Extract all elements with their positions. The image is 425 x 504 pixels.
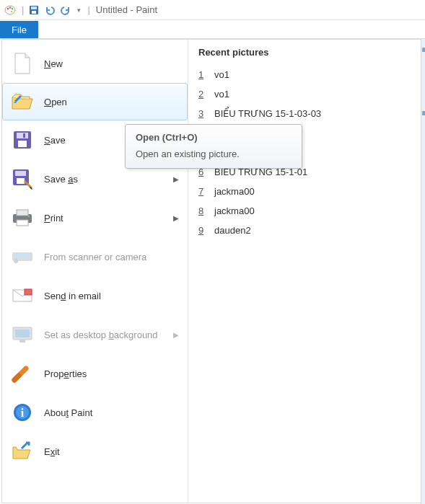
titlebar: | ▾ | Untitled - Paint <box>0 0 425 20</box>
recent-item[interactable]: 9dauden2 <box>198 221 411 240</box>
file-menu: New Open Save Save as ▶ Print <box>1 39 422 503</box>
app-icon <box>3 3 17 17</box>
svg-rect-16 <box>17 210 28 216</box>
svg-rect-14 <box>17 178 25 184</box>
svg-rect-20 <box>14 254 30 256</box>
menu-email-label: Send in email <box>44 291 179 301</box>
svg-rect-25 <box>19 340 25 342</box>
svg-point-4 <box>11 10 13 12</box>
recent-item[interactable]: 8jackma00 <box>198 201 411 221</box>
recent-item[interactable]: 2vo1 <box>198 84 411 104</box>
scanner-icon <box>11 245 34 268</box>
saveas-icon <box>11 167 34 190</box>
chevron-right-icon: ▶ <box>173 214 179 222</box>
menu-about-label: About Paint <box>44 407 179 418</box>
menu-open-label: Open <box>44 97 179 107</box>
svg-rect-13 <box>15 171 26 176</box>
svg-point-18 <box>28 216 30 218</box>
svg-rect-23 <box>25 289 32 295</box>
svg-rect-10 <box>18 141 27 147</box>
undo-icon[interactable] <box>43 3 57 17</box>
menu-about[interactable]: i About Paint <box>2 393 188 432</box>
file-menu-left: New Open Save Save as ▶ Print <box>2 40 188 503</box>
svg-point-2 <box>9 6 12 9</box>
open-icon <box>11 90 34 113</box>
wallpaper-icon <box>11 323 34 346</box>
tooltip-title: Open (Ctrl+O) <box>136 132 292 143</box>
file-tab[interactable]: File <box>0 21 38 38</box>
menu-new-label: New <box>44 58 179 69</box>
menu-scanner-label: From scanner or camera <box>44 252 179 262</box>
tooltip-body: Open an existing picture. <box>136 149 292 159</box>
recent-item[interactable]: 7jackma00 <box>198 182 411 201</box>
email-icon <box>11 284 34 307</box>
menu-print-label: Print <box>44 213 173 224</box>
svg-rect-11 <box>23 133 25 138</box>
menu-exit-label: Exit <box>44 446 179 457</box>
menu-open[interactable]: Open <box>2 83 188 120</box>
print-icon <box>11 206 34 229</box>
about-icon: i <box>11 401 34 424</box>
file-menu-right: Recent pictures 1vo1 2vo1 3BIỂU TRƯNG 15… <box>188 40 421 503</box>
svg-rect-6 <box>31 6 37 9</box>
chevron-right-icon: ▶ <box>173 175 179 183</box>
menu-properties-label: Properties <box>44 368 179 379</box>
menu-wallpaper-label: Set as desktop background <box>44 330 173 340</box>
qat-separator: | <box>22 4 24 15</box>
recent-item[interactable]: 1vo1 <box>198 65 411 84</box>
chevron-right-icon: ▶ <box>173 331 179 339</box>
tooltip: Open (Ctrl+O) Open an existing picture. <box>125 124 302 169</box>
ribbon-tab-row: File <box>0 20 425 39</box>
menu-saveas-label: Save as <box>44 174 173 185</box>
menu-wallpaper: Set as desktop background ▶ <box>2 315 188 354</box>
qat-separator-2: | <box>87 4 89 15</box>
right-sliver <box>421 39 425 504</box>
qat-dropdown-icon[interactable]: ▾ <box>74 3 83 17</box>
svg-point-3 <box>12 7 14 9</box>
properties-icon <box>11 362 34 385</box>
save-menu-icon <box>11 128 34 151</box>
window-title: Untitled - Paint <box>96 4 157 15</box>
menu-properties[interactable]: Properties <box>2 354 188 393</box>
svg-rect-26 <box>15 330 30 337</box>
svg-rect-17 <box>17 220 28 226</box>
svg-point-1 <box>7 7 9 9</box>
recent-header: Recent pictures <box>198 47 411 58</box>
menu-print[interactable]: Print ▶ <box>2 198 188 237</box>
svg-rect-7 <box>32 11 36 14</box>
svg-text:i: i <box>21 407 25 419</box>
menu-exit[interactable]: Exit <box>2 432 188 471</box>
new-icon <box>11 52 34 75</box>
save-icon[interactable] <box>27 3 41 17</box>
recent-item[interactable]: 3BIỂU TRƯNG 15-1-03-03 <box>198 104 411 123</box>
exit-icon <box>11 440 34 463</box>
menu-new[interactable]: New <box>2 44 188 83</box>
redo-icon[interactable] <box>58 3 73 17</box>
svg-rect-9 <box>17 133 28 138</box>
menu-scanner: From scanner or camera <box>2 237 188 276</box>
menu-email[interactable]: Send in email <box>2 276 188 315</box>
svg-point-21 <box>14 259 18 263</box>
